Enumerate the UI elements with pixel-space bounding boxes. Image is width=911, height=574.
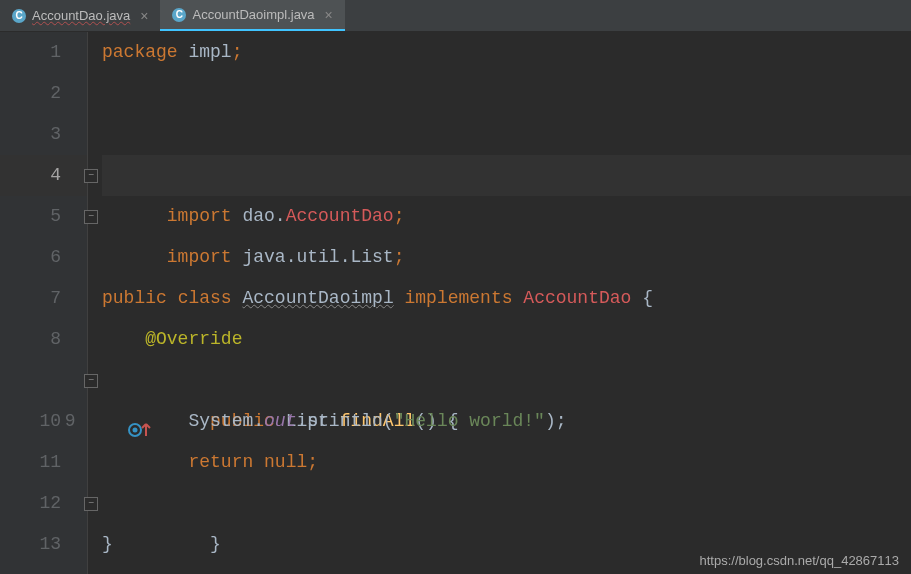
code-line: − } xyxy=(102,483,911,524)
tab-accountdao[interactable]: C AccountDao.java × xyxy=(0,0,160,31)
line-number: 2 xyxy=(0,73,87,114)
line-number: 13 xyxy=(0,524,87,565)
code-line: −import java.util.List; xyxy=(102,196,911,237)
tab-label: AccountDaoimpl.java xyxy=(192,7,314,22)
code-line: public class AccountDaoimpl implements A… xyxy=(102,278,911,319)
code-line: −import dao.AccountDao; xyxy=(102,155,911,196)
line-number: 1 xyxy=(0,32,87,73)
line-number: 11 xyxy=(0,442,87,483)
line-number: 6 xyxy=(0,237,87,278)
close-icon[interactable]: × xyxy=(325,7,333,23)
fold-icon[interactable]: − xyxy=(84,497,98,511)
code-line xyxy=(102,237,911,278)
code-line: − public List findAll() { xyxy=(102,360,911,401)
line-number: 12 xyxy=(0,483,87,524)
code-line xyxy=(102,114,911,155)
code-line: @Override xyxy=(102,319,911,360)
code-line xyxy=(102,73,911,114)
line-number: 10 xyxy=(0,401,87,442)
fold-icon[interactable]: − xyxy=(84,169,98,183)
close-icon[interactable]: × xyxy=(140,8,148,24)
code-line: package impl; xyxy=(102,32,911,73)
java-class-icon: C xyxy=(12,9,26,23)
line-number: 4 xyxy=(0,155,87,196)
java-class-icon: C xyxy=(172,8,186,22)
line-number: 9 xyxy=(0,360,87,401)
fold-icon[interactable]: − xyxy=(84,210,98,224)
fold-icon[interactable]: − xyxy=(84,374,98,388)
line-number: 8 xyxy=(0,319,87,360)
line-number-gutter: 1 2 3 4 5 6 7 8 9 10 11 12 13 xyxy=(0,32,88,574)
line-number: 3 xyxy=(0,114,87,155)
tab-accountdaoimpl[interactable]: C AccountDaoimpl.java × xyxy=(160,0,344,31)
line-number: 7 xyxy=(0,278,87,319)
code-line: System.out.println("Hello world!"); xyxy=(102,401,911,442)
editor-tabs: C AccountDao.java × C AccountDaoimpl.jav… xyxy=(0,0,911,32)
tab-label: AccountDao.java xyxy=(32,8,130,23)
watermark-text: https://blog.csdn.net/qq_42867113 xyxy=(700,553,900,568)
code-editor[interactable]: 1 2 3 4 5 6 7 8 9 10 11 12 13 package im… xyxy=(0,32,911,574)
code-area[interactable]: package impl; −import dao.AccountDao; −i… xyxy=(88,32,911,574)
line-number: 5 xyxy=(0,196,87,237)
code-line: return null; xyxy=(102,442,911,483)
